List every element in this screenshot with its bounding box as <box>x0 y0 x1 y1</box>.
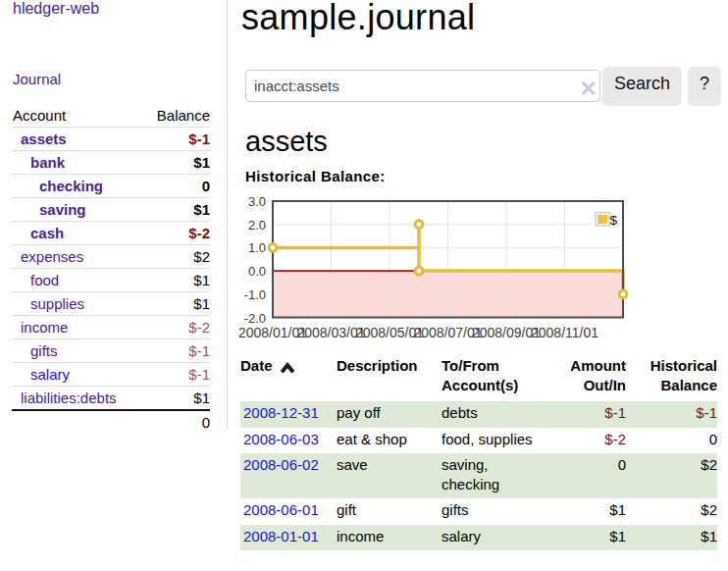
svg-text:3.0: 3.0 <box>248 194 266 209</box>
svg-text:2.0: 2.0 <box>248 218 266 233</box>
svg-text:-1.0: -1.0 <box>244 287 266 302</box>
svg-text:$: $ <box>610 213 618 228</box>
svg-text:1.0: 1.0 <box>248 240 266 255</box>
svg-text:2008/11/01: 2008/11/01 <box>531 325 598 340</box>
svg-text:0.0: 0.0 <box>248 264 266 279</box>
svg-text:-2.0: -2.0 <box>244 311 266 326</box>
